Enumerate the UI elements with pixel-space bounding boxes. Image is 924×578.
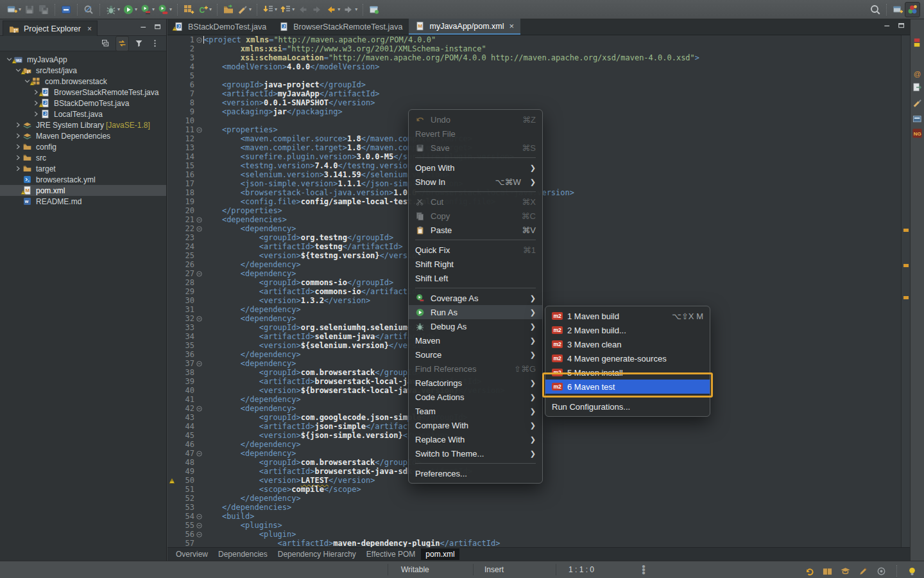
code-line-8[interactable]: 8 <version>0.0.1-SNAPSHOT</version> <box>167 98 901 107</box>
testng-view-icon[interactable]: NG <box>912 128 923 141</box>
tree-item-config[interactable]: config <box>0 141 166 152</box>
code-line-3[interactable]: 3 xsi:schemaLocation="http://maven.apach… <box>167 53 901 62</box>
menu-item-compare-with[interactable]: Compare With❯ <box>409 418 542 432</box>
debug-button[interactable]: ▾ <box>104 2 121 17</box>
project-explorer-tab[interactable]: Project Explorer × <box>3 21 98 36</box>
code-line-2[interactable]: 2 xmlns:xsi="http://www.w3.org/2001/XMLS… <box>167 44 901 53</box>
pencil-button[interactable] <box>857 563 870 578</box>
menu-item-2-maven-build-[interactable]: m22 Maven build... <box>545 323 710 337</box>
code-line-55[interactable]: 55 <plugins> <box>167 521 901 530</box>
persp-java-button[interactable] <box>905 2 920 17</box>
dropdown-arrow-icon[interactable]: ▾ <box>209 6 212 12</box>
blue-window-button[interactable] <box>59 2 73 17</box>
menu-item-quick-fix[interactable]: Quick Fix⌘1 <box>409 243 542 257</box>
menu-item-switch-to-theme-[interactable]: Switch to Theme...❯ <box>409 446 542 460</box>
menu-item-cut[interactable]: Cut⌘X <box>409 195 542 209</box>
back-gold-button[interactable]: ▾ <box>324 2 341 17</box>
menu-item-copy[interactable]: Copy⌘C <box>409 209 542 223</box>
editor-tab-browserstackremotetest-java[interactable]: JBrowserStackRemoteTest.java <box>273 19 409 35</box>
vdots-button[interactable] <box>149 36 161 51</box>
new-package-button[interactable] <box>182 2 196 17</box>
gradcap-button[interactable] <box>839 563 852 578</box>
exp-bp-button[interactable]: ▾ <box>278 2 296 17</box>
menu-item-run-configurations-[interactable]: Run Configurations... <box>545 399 710 414</box>
dropdown-arrow-icon[interactable]: ▾ <box>152 6 155 12</box>
code-line-6[interactable]: 6 <groupId>java-project</groupId> <box>167 80 901 89</box>
menu-item-save[interactable]: Save⌘S <box>409 141 542 155</box>
dropdown-arrow-icon[interactable]: ▾ <box>338 6 340 12</box>
collapse-all-button[interactable] <box>99 36 112 51</box>
code-line-53[interactable]: 53 </dependencies> <box>167 503 901 512</box>
doc-arrow-view-icon[interactable] <box>912 82 923 96</box>
menu-item-1-maven-build[interactable]: m21 Maven build⌥⇧X M <box>545 309 710 323</box>
fwd-grey-button[interactable]: ▾ <box>341 2 359 17</box>
coverage-button[interactable]: ▾ <box>139 2 156 17</box>
menu-item-find-references[interactable]: Find References⇧⌘G <box>409 362 542 376</box>
dropdown-arrow-icon[interactable]: ▾ <box>275 6 277 12</box>
code-line-7[interactable]: 7 <artifactId>myJavaApp</artifactId> <box>167 89 901 98</box>
menu-item-code-actions[interactable]: Code Actions❯ <box>409 390 542 404</box>
nav-back-button[interactable] <box>296 2 310 17</box>
nav-fwd-button[interactable] <box>310 2 324 17</box>
chevron-right-icon[interactable] <box>14 155 22 161</box>
menu-item-team[interactable]: Team❯ <box>409 404 542 418</box>
menu-item-debug-as[interactable]: Debug As❯ <box>409 319 542 333</box>
editor-tab-myjavaapp-pom-xml[interactable]: MmyJavaApp/pom.xml× <box>409 19 520 35</box>
profile-button[interactable]: ▾ <box>156 2 173 17</box>
menu-item-coverage-as[interactable]: Coverage As❯ <box>409 291 542 305</box>
pom-page-tab-effective-pom[interactable]: Effective POM <box>362 548 420 560</box>
pin-window-button[interactable] <box>367 2 381 17</box>
open-res-button[interactable] <box>221 2 235 17</box>
dropdown-arrow-icon[interactable]: ▾ <box>355 6 357 12</box>
menu-item-maven[interactable]: Maven❯ <box>409 333 542 347</box>
save-button[interactable] <box>22 2 37 17</box>
dropdown-arrow-icon[interactable]: ▾ <box>19 6 21 12</box>
menu-item-show-in[interactable]: Show In⌥⌘W❯ <box>409 175 542 189</box>
minimize-icon[interactable] <box>883 21 892 33</box>
pom-page-tab-pom-xml[interactable]: pom.xml <box>421 548 459 560</box>
mini-window-view-icon[interactable] <box>912 114 923 127</box>
menu-item-revert-file[interactable]: Revert File <box>409 127 542 141</box>
tree-item-readme-md[interactable]: wREADME.md <box>0 196 166 207</box>
code-line-57[interactable]: 57 <artifactId>maven-dependency-plugin</… <box>167 539 901 547</box>
menu-item-run-as[interactable]: Run As❯ <box>409 305 542 319</box>
magnifier-button[interactable] <box>868 2 882 17</box>
menu-item-4-maven-generate-sources[interactable]: m24 Maven generate-sources <box>545 351 710 365</box>
warning-ruler-marker[interactable] <box>903 296 909 299</box>
tree-item-com-browserstack[interactable]: com.browserstack <box>0 76 166 87</box>
maximize-icon[interactable] <box>153 22 162 34</box>
tree-item-maven-dependencies[interactable]: Maven Dependencies <box>0 130 166 141</box>
code-line-51[interactable]: 51 <scope>compile</scope> <box>167 485 901 494</box>
link-editor-button[interactable] <box>116 36 129 51</box>
dropdown-arrow-icon[interactable]: ▾ <box>169 6 172 12</box>
chevron-right-icon[interactable] <box>32 111 40 117</box>
save-all-button[interactable] <box>37 2 51 17</box>
at-view-icon[interactable]: @ <box>912 68 923 82</box>
overview-ruler[interactable] <box>901 35 910 547</box>
code-line-54[interactable]: 54 <build> <box>167 512 901 521</box>
tree-item-localtest-java[interactable]: JLocalTest.java <box>0 109 166 119</box>
dropdown-arrow-icon[interactable]: ▾ <box>292 6 295 12</box>
minimize-icon[interactable] <box>139 22 148 34</box>
code-line-52[interactable]: 52 </dependency> <box>167 494 901 503</box>
book-button[interactable] <box>821 563 834 578</box>
tree-item-myjavaapp[interactable]: MJmyJavaApp <box>0 54 166 65</box>
menu-item-replace-with[interactable]: Replace With❯ <box>409 432 542 446</box>
tree-item-src-test-java[interactable]: src/test/java <box>0 65 166 76</box>
menu-item-6-maven-test[interactable]: m26 Maven test <box>545 380 710 394</box>
dropdown-arrow-icon[interactable]: ▾ <box>117 6 120 12</box>
close-icon[interactable]: × <box>87 24 92 33</box>
tree-item-jre-system-library[interactable]: JRE System Library[JavaSE-1.8] <box>0 119 166 130</box>
marker-pair-view-icon[interactable] <box>912 37 923 51</box>
menu-item-refactorings[interactable]: Refactorings❯ <box>409 376 542 390</box>
chevron-right-icon[interactable] <box>14 144 22 150</box>
tree-item-pom-xml[interactable]: Mpom.xml <box>0 185 166 196</box>
menu-item-open-with[interactable]: Open With❯ <box>409 161 542 175</box>
restore-gold-button[interactable] <box>803 563 816 578</box>
menu-item-shift-right[interactable]: Shift Right <box>409 257 542 271</box>
tree-item-browserstack-yml[interactable]: browserstack.yml <box>0 174 166 185</box>
close-icon[interactable]: × <box>509 21 515 31</box>
persp-open-button[interactable] <box>891 2 905 17</box>
chevron-right-icon[interactable] <box>14 166 22 171</box>
pom-page-tab-dependencies[interactable]: Dependencies <box>214 548 272 560</box>
